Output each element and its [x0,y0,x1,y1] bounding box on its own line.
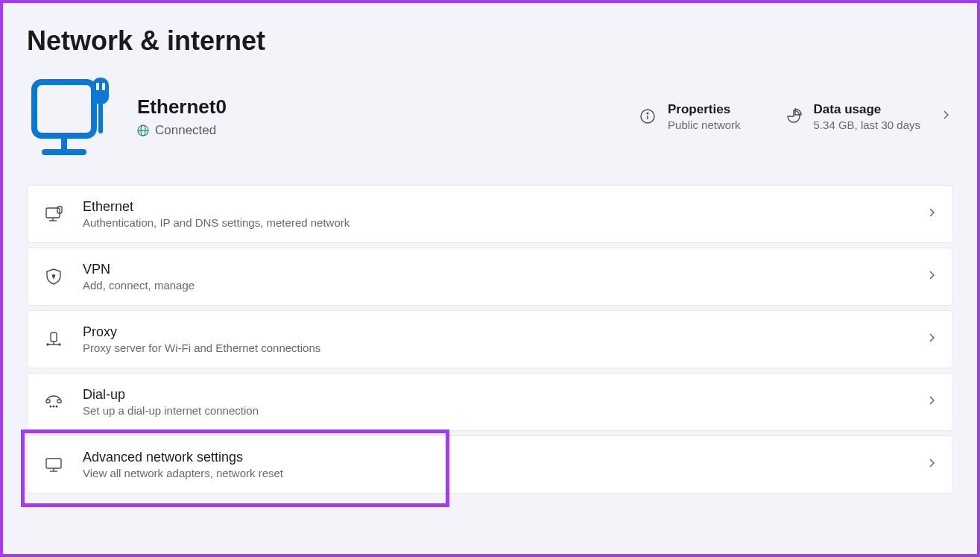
chevron-right-icon [927,269,936,284]
proxy-item[interactable]: Proxy Proxy server for Wi-Fi and Etherne… [27,310,953,368]
data-usage-subtitle: 5.34 GB, last 30 days [814,119,920,131]
svg-rect-25 [57,400,61,403]
svg-rect-6 [102,83,105,90]
page-title: Network & internet [27,25,953,57]
item-title: Dial-up [83,387,908,403]
server-icon [44,330,63,349]
item-title: VPN [83,262,908,277]
svg-rect-19 [51,333,57,342]
svg-rect-24 [46,400,50,403]
dialup-item[interactable]: Dial-up Set up a dial-up internet connec… [27,373,953,431]
item-title: Advanced network settings [83,450,908,465]
item-desc: Add, connect, manage [83,279,908,292]
settings-list: Ethernet Authentication, IP and DNS sett… [27,185,953,494]
properties-title: Properties [668,102,741,117]
vpn-item[interactable]: VPN Add, connect, manage [27,248,953,306]
ethernet-item[interactable]: Ethernet Authentication, IP and DNS sett… [27,185,953,243]
chevron-right-icon [927,207,936,221]
data-usage-title: Data usage [814,102,920,117]
svg-rect-29 [46,459,61,468]
svg-rect-3 [92,78,109,104]
connection-name: Ethernet0 [137,95,639,119]
item-desc: Authentication, IP and DNS settings, met… [83,216,908,229]
connection-summary: Ethernet0 Connected Propert [27,75,953,158]
data-usage-link[interactable]: Data usage 5.34 GB, last 30 days [785,102,953,131]
svg-point-27 [53,406,54,407]
info-icon [639,108,656,125]
chevron-right-icon [927,394,936,409]
svg-rect-5 [96,83,99,90]
properties-link[interactable]: Properties Public network [639,102,741,131]
svg-rect-0 [34,82,94,136]
connection-status: Connected [137,123,639,138]
advanced-network-item[interactable]: Advanced network settings View all netwo… [27,435,953,494]
item-title: Proxy [83,324,908,340]
shield-lock-icon [44,267,63,286]
svg-point-26 [50,406,51,407]
item-desc: View all network adapters, network reset [83,467,908,479]
chart-icon [785,108,802,125]
connection-status-text: Connected [155,123,216,138]
globe-icon [137,125,149,136]
item-desc: Set up a dial-up internet connection [83,404,908,417]
connection-info: Ethernet0 Connected [137,95,639,138]
chevron-right-icon [941,109,953,124]
item-title: Ethernet [83,199,908,215]
monitor-icon [44,455,63,474]
item-desc: Proxy server for Wi-Fi and Ethernet conn… [83,342,908,354]
svg-point-12 [647,113,648,114]
phone-icon [44,392,63,412]
svg-point-28 [56,406,57,407]
ethernet-icon [44,204,63,224]
properties-subtitle: Public network [668,119,741,131]
chevron-right-icon [927,332,936,347]
chevron-right-icon [927,457,936,472]
network-computer-icon [30,75,112,158]
